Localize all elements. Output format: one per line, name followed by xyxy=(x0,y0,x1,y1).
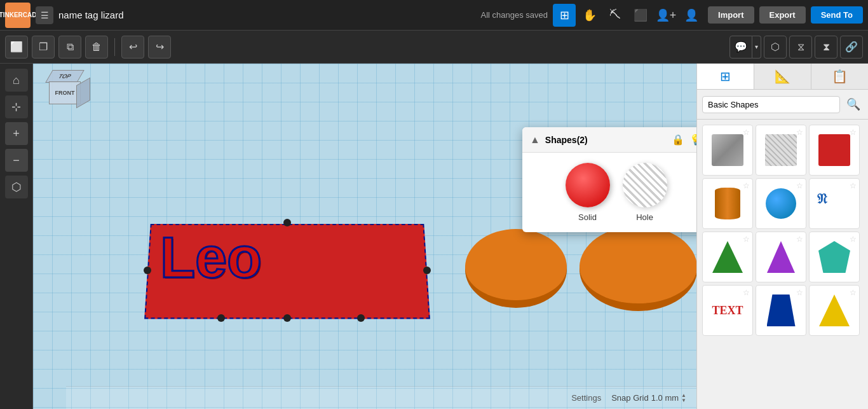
shape-item-box-wire[interactable]: ☆ xyxy=(756,125,806,176)
toolbar: ⬜ ❐ ⧉ 🗑 ↩ ↪ 💬 ▾ ⬡ ⧖ ⧗ 🔗 xyxy=(0,31,868,64)
shape-item-red-box[interactable]: ☆ xyxy=(809,125,860,176)
shapes-panel-collapse[interactable]: ▲ xyxy=(530,134,540,146)
oval-shape-2[interactable] xyxy=(580,226,696,308)
favorite-star[interactable]: ☆ xyxy=(850,181,857,190)
profile-btn[interactable]: 👤 xyxy=(680,4,703,27)
measure-btn[interactable]: ⬡ xyxy=(764,36,787,59)
name-tag-object[interactable]: Leo xyxy=(147,223,427,318)
shapes-search-bar: Basic Shapes 🔍 xyxy=(697,90,868,120)
name-tag-text: Leo xyxy=(160,229,262,286)
shape-hole-option[interactable]: Hole xyxy=(623,163,667,222)
favorite-star[interactable]: ☆ xyxy=(850,288,857,297)
rp-tab-note[interactable]: 📋 xyxy=(811,64,868,89)
favorite-star[interactable]: ☆ xyxy=(796,235,803,244)
export-button[interactable]: Export xyxy=(759,6,806,24)
new-workplane-btn[interactable]: ⬜ xyxy=(5,36,28,59)
zoom-in-btn[interactable]: + xyxy=(5,122,28,145)
mirror-v-btn[interactable]: ⧗ xyxy=(815,36,837,59)
search-button[interactable]: 🔍 xyxy=(844,95,863,114)
action-buttons: ⊞ ✋ ⛏ ⬛ 👤+ 👤 xyxy=(553,4,703,27)
snap-grid-stepper[interactable]: ▲ ▼ xyxy=(681,393,686,403)
link-btn[interactable]: 🔗 xyxy=(840,36,863,59)
snap-grid-label: Snap Grid xyxy=(611,393,649,403)
undo-btn[interactable]: ↩ xyxy=(121,36,144,59)
eye-btn[interactable]: 💡 xyxy=(689,134,696,146)
handle-top[interactable] xyxy=(283,219,291,226)
handle-left[interactable] xyxy=(144,267,151,274)
handle-br[interactable] xyxy=(357,314,365,322)
shape-item-pyramid[interactable]: ☆ xyxy=(702,232,753,282)
right-panel-view-tabs: ⊞ 📐 📋 xyxy=(697,64,868,90)
fit-btn[interactable]: ⊹ xyxy=(5,95,28,118)
align-btn[interactable]: 💬 xyxy=(729,36,752,59)
red-box-shape xyxy=(818,134,850,166)
redo-btn[interactable]: ↪ xyxy=(148,36,171,59)
favorite-star[interactable]: ☆ xyxy=(796,128,803,137)
perspective-btn[interactable]: ⬡ xyxy=(5,176,28,198)
project-name[interactable]: name tag lizard xyxy=(58,10,476,20)
document-icon[interactable]: ☰ xyxy=(36,6,53,24)
handle-right[interactable] xyxy=(423,267,431,274)
blocks-btn[interactable]: ⬛ xyxy=(629,4,652,27)
shape-item-box[interactable]: ☆ xyxy=(702,125,753,176)
favorite-star[interactable]: ☆ xyxy=(743,128,750,137)
shape-item-cylinder[interactable]: ☆ xyxy=(702,178,753,229)
mirror-btn[interactable]: ⧖ xyxy=(789,36,812,59)
align-dropdown-arrow[interactable]: ▾ xyxy=(752,36,761,59)
favorite-star[interactable]: ☆ xyxy=(796,181,803,190)
shape-item-yellow-pyramid[interactable]: ☆ xyxy=(809,285,860,336)
hole-label: Hole xyxy=(636,212,653,222)
home-btn[interactable]: ⌂ xyxy=(5,69,28,92)
zoom-out-btn[interactable]: − xyxy=(5,149,28,172)
favorite-star[interactable]: ☆ xyxy=(850,235,857,244)
shape-item-teal[interactable]: ☆ xyxy=(809,232,860,282)
delete-btn[interactable]: 🗑 xyxy=(85,36,108,59)
shape-item-blue-prism[interactable]: ☆ xyxy=(756,285,806,336)
cylinder-shape xyxy=(715,188,740,219)
rp-tab-grid[interactable]: ⊞ xyxy=(697,64,754,89)
shape-item-cone[interactable]: ☆ xyxy=(756,232,806,282)
shape-item-text3d[interactable]: 𝔑 ☆ xyxy=(809,178,860,229)
oval-shape-1[interactable] xyxy=(465,229,567,305)
shape-item-text[interactable]: TEXT ☆ xyxy=(702,285,753,336)
snap-grid-value: 1.0 mm xyxy=(651,393,679,403)
lock-btn[interactable]: 🔒 xyxy=(672,134,684,146)
view-tools: 💬 ▾ ⬡ ⧖ ⧗ 🔗 xyxy=(729,36,863,59)
shapes-category-selector[interactable]: Basic Shapes xyxy=(702,96,840,113)
import-button[interactable]: Import xyxy=(708,6,754,24)
send-to-button[interactable]: Send To xyxy=(811,6,863,24)
add-user-btn[interactable]: 👤+ xyxy=(654,4,677,27)
shapes-panel-body: Solid Hole xyxy=(522,153,696,232)
tools-btn[interactable]: ⛏ xyxy=(604,4,627,27)
grid-view-btn[interactable]: ⊞ xyxy=(553,4,576,27)
favorite-star[interactable]: ☆ xyxy=(850,128,857,137)
favorite-star[interactable]: ☆ xyxy=(743,181,750,190)
view-cube[interactable]: TOP FRONT xyxy=(39,70,90,121)
box-shape xyxy=(712,134,743,166)
settings-link[interactable]: Settings xyxy=(571,393,601,403)
favorite-star[interactable]: ☆ xyxy=(796,288,803,297)
hand-btn[interactable]: ✋ xyxy=(578,4,601,27)
align-btn-group: 💬 ▾ xyxy=(729,36,761,59)
group-btn[interactable]: ⧉ xyxy=(58,36,81,59)
favorite-star[interactable]: ☆ xyxy=(743,235,750,244)
shape-solid-option[interactable]: Solid xyxy=(566,163,610,222)
solid-icon xyxy=(566,163,610,207)
solid-label: Solid xyxy=(578,212,597,222)
snap-grid-control: Snap Grid 1.0 mm ▲ ▼ xyxy=(611,393,686,403)
box-wire-shape xyxy=(765,134,797,166)
handle-bottom[interactable] xyxy=(283,314,291,322)
cone-shape xyxy=(767,241,795,273)
shapes-panel-header: ▲ Shapes(2) 🔒 💡 xyxy=(522,127,696,153)
duplicate-btn[interactable]: ❐ xyxy=(32,36,55,59)
snap-down-arrow[interactable]: ▼ xyxy=(681,398,686,403)
app-logo: TINKERCAD xyxy=(5,3,31,28)
rp-tab-ruler[interactable]: 📐 xyxy=(754,64,811,89)
right-panel: ⊞ 📐 📋 Basic Shapes 🔍 ☆ ☆ ☆ xyxy=(696,64,868,409)
canvas-area[interactable]: TOP FRONT Leo ▲ Shapes(2) 🔒 💡 xyxy=(33,64,696,409)
cube-top-face[interactable]: TOP xyxy=(45,70,85,83)
handle-bl[interactable] xyxy=(217,314,225,322)
shape-item-sphere[interactable]: ☆ xyxy=(756,178,806,229)
favorite-star[interactable]: ☆ xyxy=(743,288,750,297)
blue-prism-shape xyxy=(767,295,796,326)
